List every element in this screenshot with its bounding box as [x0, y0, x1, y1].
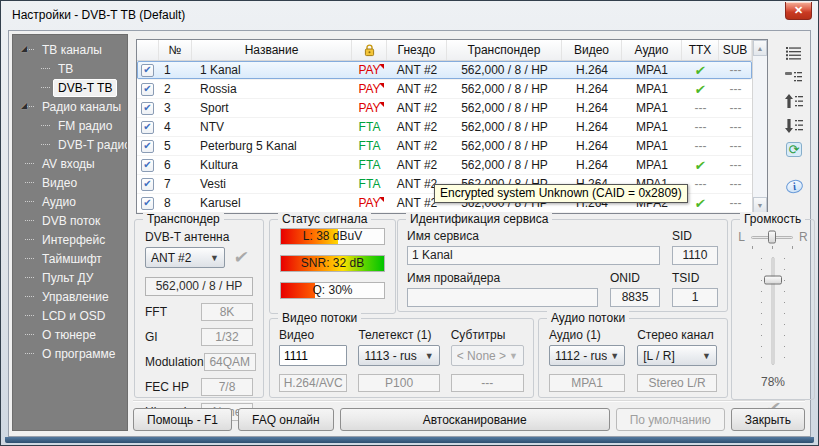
rescan-icon[interactable]: ⟳ [784, 141, 804, 157]
tree-expander-icon[interactable]: ◢ [21, 102, 27, 110]
video-streams-group: Видео потоки Видео H.264/AVC Телетекст (… [269, 318, 534, 398]
window-title: Настройки - DVB-T ТВ (Default) [12, 8, 185, 22]
teletext-check-icon: ✔ [694, 158, 707, 173]
channel-checkbox[interactable]: ✔ [141, 83, 154, 96]
channel-checkbox[interactable]: ✔ [141, 197, 154, 210]
volume-track[interactable] [772, 257, 775, 365]
channel-teletext-cell: ✔ [682, 63, 719, 78]
video-codec-field: H.264/AVC [279, 374, 347, 392]
checkbox-check-icon: ✔ [143, 141, 151, 151]
slider-ticks [761, 258, 762, 364]
channel-row[interactable]: ✔ 6 Kultura FTA ANT #2 562,000 / 8 / HP [137, 156, 752, 175]
footer-button[interactable]: Закрыть [731, 408, 805, 431]
channel-row[interactable]: ✔ 3 Sport PAY ANT #2 562,000 / 8 / HP [137, 99, 752, 118]
header-number[interactable]: № [159, 40, 192, 60]
channel-list-icon[interactable] [784, 45, 804, 61]
channel-checkbox[interactable]: ✔ [141, 140, 154, 153]
sidebar-item[interactable]: ◢ Аудио [13, 192, 127, 211]
window-bottom-border [5, 437, 814, 443]
channel-checkbox[interactable]: ✔ [141, 121, 154, 134]
teletext-select[interactable]: 1113 - rus ▼ [358, 345, 439, 366]
channel-name: Kultura [192, 158, 352, 172]
title-bar[interactable]: Настройки - DVB-T ТВ (Default) ✕ [1, 1, 818, 29]
sidebar-item[interactable]: ◢ DVB-T радио [13, 135, 127, 154]
header-audio[interactable]: Аудио [622, 40, 682, 60]
footer-button[interactable]: FAQ онлайн [238, 408, 334, 431]
scroll-down-icon[interactable]: ▼ [753, 197, 767, 213]
sidebar-item[interactable]: ◢ О программе [13, 344, 127, 363]
balance-slider[interactable]: L R [738, 230, 808, 244]
sidebar-item[interactable]: ◢ Управление [13, 287, 127, 306]
footer-button[interactable]: Автосканирование [340, 408, 610, 431]
channel-number: 4 [159, 120, 192, 134]
channel-move-up-icon[interactable] [784, 93, 804, 109]
channel-row[interactable]: ✔ 4 NTV FTA ANT #2 562,000 / 8 / HP [137, 118, 752, 137]
channel-remove-icon[interactable] [784, 69, 804, 85]
sidebar-item[interactable]: ◢ Радио каналы [13, 97, 127, 116]
channel-number: 3 [159, 101, 192, 115]
header-encryption[interactable] [352, 40, 387, 60]
footer-button[interactable]: По умолчанию [616, 408, 725, 431]
channel-number: 1 [159, 63, 192, 77]
sidebar-item[interactable]: ◢ Пульт ДУ [13, 268, 127, 287]
header-socket[interactable]: Гнездо [387, 40, 447, 60]
volume-thumb[interactable] [764, 275, 782, 284]
channel-checkbox[interactable]: ✔ [141, 178, 154, 191]
channel-name: Peterburg 5 Kanal [192, 139, 352, 153]
channel-row[interactable]: ✔ 2 Rossia PAY ANT #2 562,000 / 8 / HP [137, 80, 752, 99]
header-video[interactable]: Видео [562, 40, 622, 60]
sidebar-item[interactable]: ◢ Таймшифт [13, 249, 127, 268]
sidebar-item[interactable]: ◢ ТВ [13, 59, 127, 78]
sidebar-item[interactable]: ◢ AV входы [13, 154, 127, 173]
scroll-up-icon[interactable]: ▲ [753, 40, 767, 56]
header-subtitles[interactable]: SUB [719, 40, 752, 60]
channel-info-icon[interactable]: i [784, 165, 804, 181]
provider-name-field[interactable] [407, 288, 598, 307]
header-transponder[interactable]: Транспондер [447, 40, 562, 60]
audio-pid-label: Аудио (1) [549, 328, 625, 342]
volume-slider[interactable] [753, 255, 793, 367]
signal-bar: SNR: 32 dB [280, 255, 385, 272]
sidebar-item-label: Управление [37, 288, 114, 306]
sidebar-item[interactable]: ◢ Видео [13, 173, 127, 192]
channel-move-down-icon[interactable] [784, 117, 804, 133]
service-name-field[interactable]: 1 Kanal [407, 246, 660, 265]
signal-bar: L: 38 dBuV [280, 228, 385, 245]
header-name[interactable]: Название [192, 40, 352, 60]
channel-socket: ANT #2 [387, 63, 447, 77]
transponder-group: Транспондер DVB-T антенна ANT #2 ▼ ✔ 562… [134, 219, 264, 398]
onid-label: ONID [610, 271, 660, 285]
header-checkbox-column[interactable] [137, 40, 159, 60]
channel-checkbox[interactable]: ✔ [141, 159, 154, 172]
checkbox-check-icon: ✔ [143, 122, 151, 132]
sidebar-item[interactable]: ◢ О тюнере [13, 325, 127, 344]
sidebar-item[interactable]: ◢ Интерфейс [13, 230, 127, 249]
teletext-label: Телетекст (1) [358, 328, 439, 342]
table-scrollbar[interactable]: ▲ ▼ [752, 40, 767, 213]
param-label: Modulation [145, 355, 204, 369]
channel-checkbox-cell: ✔ [137, 102, 159, 115]
sidebar-item[interactable]: ◢ LCD и OSD [13, 306, 127, 325]
audio-select[interactable]: 1112 - rus ▼ [549, 345, 625, 366]
checkbox-check-icon: ✔ [143, 84, 151, 94]
footer-button[interactable]: Помощь - F1 [133, 408, 232, 431]
balance-thumb[interactable] [768, 231, 776, 244]
channel-checkbox[interactable]: ✔ [141, 64, 154, 77]
video-pid-input[interactable] [279, 345, 347, 366]
channel-socket: ANT #2 [387, 139, 447, 153]
stereo-channel-select[interactable]: [L / R] ▼ [637, 345, 717, 366]
teletext-page-field: P100 [358, 374, 439, 392]
sidebar-item[interactable]: ◢ FM радио [13, 116, 127, 135]
channel-row[interactable]: ✔ 5 Peterburg 5 Kanal FTA ANT #2 562,000… [137, 137, 752, 156]
channel-teletext-cell: ✔--- [682, 139, 719, 153]
sidebar-item[interactable]: ◢ ТВ каналы [13, 40, 127, 59]
sidebar-item[interactable]: ◢ DVB поток [13, 211, 127, 230]
channel-checkbox[interactable]: ✔ [141, 102, 154, 115]
sidebar-item[interactable]: ◢ DVB-T ТВ [13, 78, 127, 97]
channel-row[interactable]: ✔ 1 1 Kanal PAY ANT #2 562,000 / 8 / HP [137, 61, 752, 80]
tree-expander-icon[interactable]: ◢ [21, 45, 27, 53]
antenna-select[interactable]: ANT #2 ▼ [145, 247, 225, 268]
header-teletext[interactable]: ТТХ [682, 40, 719, 60]
close-button[interactable]: ✕ [785, 2, 812, 20]
balance-track[interactable] [751, 236, 793, 239]
